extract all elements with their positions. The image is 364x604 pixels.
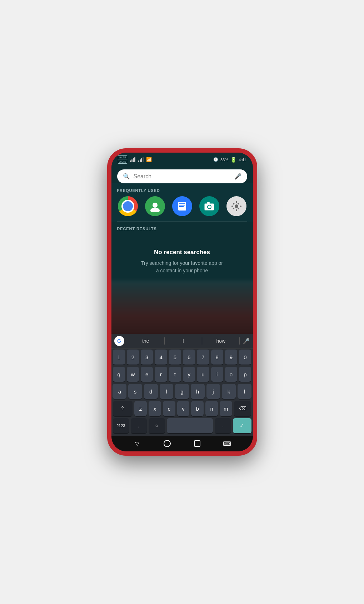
- key-n[interactable]: n: [205, 401, 218, 416]
- period-key[interactable]: .: [215, 418, 231, 433]
- key-d[interactable]: d: [144, 384, 158, 399]
- key-s[interactable]: s: [128, 384, 142, 399]
- key-y[interactable]: y: [183, 367, 195, 382]
- frequently-used-section: FREQUENTLY USED: [111, 183, 253, 222]
- key-o[interactable]: o: [225, 367, 237, 382]
- key-j[interactable]: j: [206, 384, 220, 399]
- wallpaper-background: [111, 280, 253, 334]
- key-a[interactable]: a: [113, 384, 126, 399]
- app-icon-chrome[interactable]: [118, 196, 138, 216]
- status-bar: VoLTE VoLTE 📶 🕐 3: [111, 153, 253, 165]
- key-l[interactable]: l: [238, 384, 251, 399]
- key-7[interactable]: 7: [197, 350, 209, 365]
- volte2-badge: VoLTE: [118, 160, 128, 164]
- key-u[interactable]: u: [197, 367, 209, 382]
- nav-bar: ▽ ⌨: [111, 436, 253, 451]
- number-row: 1 2 3 4 5 6 7 8 9 0: [111, 348, 253, 366]
- home-circle-icon: [163, 440, 171, 447]
- recent-results-label: RECENT RESULTS: [111, 222, 253, 234]
- svg-rect-10: [207, 202, 210, 204]
- svg-rect-16: [233, 203, 235, 205]
- key-r[interactable]: r: [155, 367, 167, 382]
- google-logo: G: [114, 336, 124, 346]
- emoji-key[interactable]: ☺: [149, 418, 165, 433]
- recents-button[interactable]: [193, 439, 201, 448]
- key-1[interactable]: 1: [113, 350, 125, 365]
- asdf-row: a s d f g h j k l: [111, 383, 253, 400]
- empty-state-subtitle: Try searching for your favorite app ora …: [119, 259, 246, 274]
- key-0[interactable]: 0: [239, 350, 251, 365]
- keyboard-mic-icon[interactable]: 🎤: [243, 338, 250, 345]
- suggestion-how[interactable]: how: [202, 337, 240, 345]
- zxcv-row: ⇧ z x c v b n m ⌫: [111, 400, 253, 417]
- app-icon-camera[interactable]: [199, 196, 219, 216]
- svg-rect-17: [237, 208, 239, 210]
- memo-svg: [176, 200, 188, 212]
- symbols-key[interactable]: ?123: [113, 418, 129, 433]
- svg-point-11: [235, 204, 238, 208]
- battery-icon: 🔋: [230, 157, 236, 163]
- key-t[interactable]: t: [169, 367, 181, 382]
- key-g[interactable]: g: [175, 384, 189, 399]
- key-q[interactable]: q: [113, 367, 125, 382]
- key-3[interactable]: 3: [141, 350, 153, 365]
- volte1-badge: VoLTE: [118, 155, 128, 159]
- key-x[interactable]: x: [149, 401, 161, 416]
- key-5[interactable]: 5: [169, 350, 181, 365]
- space-key[interactable]: [167, 418, 213, 433]
- empty-state: No recent searches Try searching for you…: [111, 234, 253, 282]
- search-area: 🔍 🎤: [111, 165, 253, 183]
- key-4[interactable]: 4: [155, 350, 167, 365]
- key-f[interactable]: f: [160, 384, 174, 399]
- key-e[interactable]: e: [141, 367, 153, 382]
- shift-key[interactable]: ⇧: [113, 401, 133, 416]
- svg-rect-4: [179, 205, 185, 206]
- key-k[interactable]: k: [222, 384, 236, 399]
- svg-rect-12: [236, 201, 237, 203]
- app-icon-settings[interactable]: [226, 196, 246, 216]
- empty-state-title: No recent searches: [119, 249, 246, 256]
- qwerty-row: q w e r t y u i o p: [111, 366, 253, 383]
- key-c[interactable]: c: [163, 401, 175, 416]
- recents-square-icon: [194, 440, 201, 447]
- key-h[interactable]: h: [191, 384, 205, 399]
- status-left: VoLTE VoLTE 📶: [118, 155, 152, 164]
- clock: 4:41: [239, 158, 246, 162]
- key-m[interactable]: m: [220, 401, 232, 416]
- svg-point-20: [164, 440, 170, 447]
- back-button[interactable]: ▽: [133, 439, 141, 448]
- mic-icon[interactable]: 🎤: [234, 173, 241, 180]
- key-9[interactable]: 9: [225, 350, 237, 365]
- keyboard-suggestions: G the I how 🎤: [111, 334, 253, 348]
- svg-rect-14: [231, 206, 233, 207]
- settings-svg: [230, 200, 243, 212]
- comma-key[interactable]: ,: [131, 418, 147, 433]
- svg-rect-18: [233, 208, 235, 210]
- search-bar[interactable]: 🔍 🎤: [117, 169, 247, 183]
- svg-point-0: [153, 203, 158, 208]
- app-icon-contacts[interactable]: [145, 196, 165, 216]
- svg-rect-3: [179, 203, 185, 204]
- svg-rect-15: [240, 206, 241, 207]
- app-icon-memo[interactable]: [172, 196, 192, 216]
- home-button[interactable]: [163, 439, 171, 448]
- search-input[interactable]: [134, 173, 231, 180]
- key-b[interactable]: b: [191, 401, 204, 416]
- camera-svg: [203, 200, 215, 212]
- content-area: RECENT RESULTS No recent searches Try se…: [111, 222, 253, 334]
- svg-rect-5: [179, 206, 184, 207]
- keyboard-nav-icon[interactable]: ⌨: [223, 439, 231, 448]
- key-8[interactable]: 8: [211, 350, 223, 365]
- key-v[interactable]: v: [177, 401, 190, 416]
- suggestion-I[interactable]: I: [165, 337, 202, 345]
- key-w[interactable]: w: [127, 367, 139, 382]
- key-z[interactable]: z: [134, 401, 147, 416]
- key-2[interactable]: 2: [127, 350, 139, 365]
- enter-key[interactable]: ✓: [233, 418, 251, 433]
- key-i[interactable]: i: [211, 367, 223, 382]
- key-p[interactable]: p: [239, 367, 251, 382]
- key-6[interactable]: 6: [183, 350, 195, 365]
- battery-percent: 33%: [220, 158, 228, 162]
- suggestion-the[interactable]: the: [127, 337, 165, 345]
- backspace-key[interactable]: ⌫: [234, 401, 251, 416]
